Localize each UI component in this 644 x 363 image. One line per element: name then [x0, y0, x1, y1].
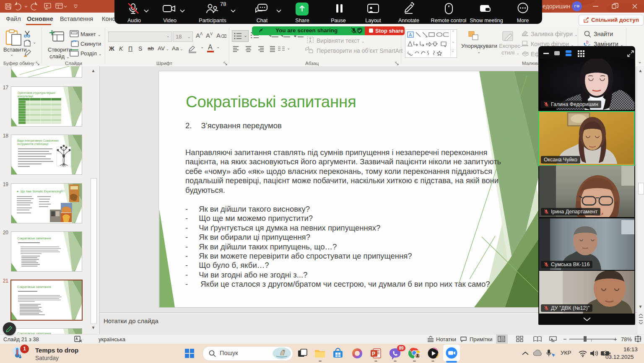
svg-text:Орієнтовна структура першої: Орієнтовна структура першої: [18, 91, 55, 95]
svg-text:P: P: [372, 351, 375, 357]
svg-text:Сократівські запитання: Сократівські запитання: [17, 285, 51, 289]
svg-text:Сократівські запитання: Сократівські запитання: [17, 236, 51, 240]
svg-text:Що таке Somatic Experiencing®?: Що таке Somatic Experiencing®?: [21, 190, 65, 193]
svg-text:Види Інтегративних Соматичних: Види Інтегративних Соматичних: [17, 139, 59, 143]
svg-text:A: A: [409, 32, 412, 37]
svg-text:Інструментів стабілізації: Інструментів стабілізації: [17, 143, 49, 146]
svg-text:консультації: консультації: [18, 95, 33, 98]
svg-text:☙: ☙: [16, 190, 19, 193]
